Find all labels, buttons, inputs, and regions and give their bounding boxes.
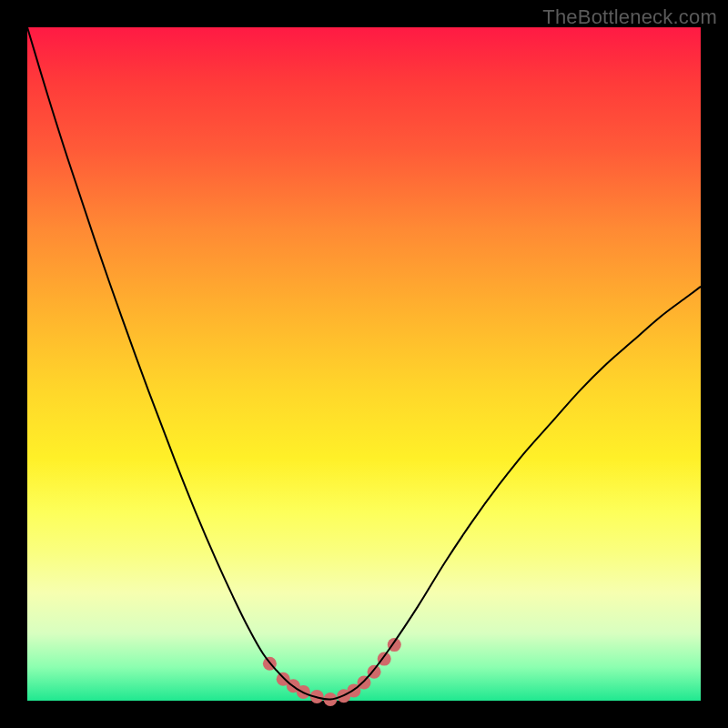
highlight-dot — [358, 676, 371, 690]
chart-frame: TheBottleneck.com — [0, 0, 728, 728]
plot-area — [27, 27, 701, 701]
watermark-text: TheBottleneck.com — [542, 5, 717, 29]
bottleneck-curve — [27, 27, 701, 700]
chart-svg — [27, 27, 701, 701]
highlight-dots-layer — [263, 638, 401, 706]
